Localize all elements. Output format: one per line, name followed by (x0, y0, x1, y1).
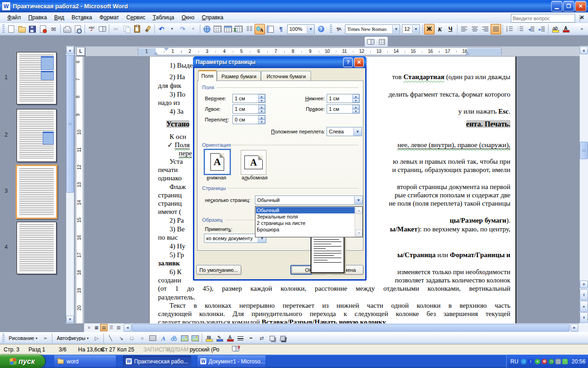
research-icon[interactable] (97, 24, 107, 34)
status-mode-toggle[interactable]: ЗАМ (177, 346, 188, 353)
increase-indent-icon[interactable] (536, 24, 547, 34)
gutter-position-select[interactable]: Слева▼ (327, 127, 362, 136)
menu-item-вид[interactable]: Вид (51, 13, 68, 22)
dash-style-icon[interactable]: ╍ (246, 333, 256, 344)
status-mode-toggle[interactable]: ВДЛ (167, 346, 178, 353)
margin-spinner[interactable]: 1 см▲▼ (327, 94, 360, 103)
font-size-select[interactable]: 12▼ (402, 24, 420, 34)
ask-question-box[interactable]: ▾ (511, 14, 575, 23)
tab-поля[interactable]: Поля (198, 70, 217, 81)
help-icon[interactable]: ? (316, 24, 326, 34)
formatting-toolbar-grip[interactable] (330, 24, 332, 34)
minimize-button[interactable]: ▁ (551, 1, 562, 12)
tables-borders-icon[interactable] (212, 24, 223, 34)
antivirus-icon[interactable]: e (535, 359, 540, 364)
line-icon[interactable]: ╲ (105, 333, 116, 344)
tab-источник-бумаги[interactable]: Источник бумаги (261, 71, 311, 81)
paste-icon[interactable] (132, 24, 142, 34)
decrease-indent-icon[interactable] (526, 24, 536, 34)
document-vscrollbar[interactable]: ▲ ▼ ⇞ ● ⇟ (580, 46, 588, 323)
start-button[interactable]: пуск (0, 355, 45, 368)
columns-icon[interactable] (244, 24, 254, 34)
menu-item-справка[interactable]: Справка (198, 13, 227, 22)
align-right-icon[interactable] (480, 24, 491, 34)
tab-размер-бумаги[interactable]: Размер бумаги (217, 71, 261, 81)
dropdown-option[interactable]: Зеркальные поля (256, 213, 355, 220)
dd-icon[interactable]: ▾ (167, 24, 177, 34)
close-button[interactable]: ✕ (575, 1, 586, 12)
print-layout-view-icon[interactable]: ▤ (100, 324, 107, 331)
hyperlink-icon[interactable] (202, 24, 212, 34)
bullets-icon[interactable] (515, 24, 526, 34)
select-browse-object-icon[interactable]: ● (580, 301, 588, 312)
taskbar-button[interactable]: word (54, 356, 116, 367)
print-preview-icon[interactable] (73, 24, 83, 34)
styles-icon[interactable]: ¶А (334, 24, 344, 34)
arrow-icon[interactable]: ↘ (116, 333, 126, 344)
dialog-titlebar[interactable]: Параметры страницы ? ✕ (193, 56, 367, 68)
scrollbar-thumb[interactable] (66, 55, 74, 193)
align-center-icon[interactable] (469, 24, 480, 34)
thumbnail-page-1[interactable] (17, 52, 57, 104)
thumbnails-icon[interactable] (377, 37, 386, 46)
taskbar-button[interactable]: WПрактическая рабо... (123, 356, 191, 367)
web-layout-view-icon[interactable]: ▦ (93, 324, 100, 331)
menu-item-вставка[interactable]: Вставка (68, 13, 96, 22)
underline-icon[interactable]: Ч (445, 24, 456, 34)
right-indent-marker[interactable] (465, 52, 470, 55)
line-color-icon[interactable]: ✎ (214, 333, 225, 344)
horizontal-ruler[interactable]: L 1 123456789101112131415161718 (75, 46, 580, 56)
highlight-icon[interactable]: ab (550, 24, 560, 34)
hanging-indent-marker[interactable] (153, 52, 158, 55)
scroll-up-icon[interactable]: ▲ (66, 46, 74, 54)
restore-button[interactable]: ❐ (563, 1, 574, 12)
text-box-icon[interactable] (147, 333, 158, 344)
arrow-style-icon[interactable]: ⇄ (256, 333, 267, 344)
reading-view-icon[interactable]: ▥ (115, 324, 122, 331)
thumbnail-page-3[interactable] (16, 165, 57, 219)
dialog-close-icon[interactable]: ✕ (354, 58, 364, 67)
font-name-select[interactable]: Times New Roman▼ (345, 24, 400, 34)
align-justify-icon[interactable] (491, 24, 501, 34)
spin-down-icon[interactable]: ▼ (258, 109, 265, 113)
spelling-icon[interactable]: ABC✓ (86, 24, 97, 34)
dialog-help-icon[interactable]: ? (343, 58, 353, 67)
display-icon[interactable]: ▢ (555, 359, 561, 364)
email-icon[interactable]: ✉ (48, 24, 59, 34)
3d-style-icon[interactable] (277, 333, 288, 344)
insert-table-icon[interactable] (223, 24, 233, 34)
menu-item-формат[interactable]: Формат (96, 13, 123, 22)
margin-spinner[interactable]: 0 см▲▼ (232, 115, 266, 124)
cut-icon[interactable]: ✂ (111, 24, 121, 34)
spin-down-icon[interactable]: ▼ (352, 109, 359, 113)
spin-up-icon[interactable]: ▲ (258, 105, 265, 109)
redo-icon[interactable]: ↷ (177, 24, 188, 34)
drawing-menu-button[interactable]: Рисование▾ (6, 334, 40, 343)
scroll-right-icon[interactable]: ► (571, 324, 578, 332)
toolbar-options-icon[interactable]: » (577, 24, 587, 34)
show-marks-icon[interactable]: ¶ (276, 24, 286, 34)
permission-icon[interactable] (38, 24, 48, 34)
line-style-icon[interactable] (235, 333, 246, 344)
scroll-left-icon[interactable]: ◄ (124, 324, 131, 332)
spin-up-icon[interactable]: ▲ (352, 94, 359, 98)
spin-up-icon[interactable]: ▲ (352, 105, 359, 109)
autoshapes-menu-button[interactable]: Автофигуры▾ (54, 334, 91, 343)
oval-icon[interactable]: ○ (137, 333, 147, 344)
align-left-icon[interactable] (459, 24, 469, 34)
new-document-icon[interactable] (6, 24, 17, 34)
margin-spinner[interactable]: 1 см▲▼ (232, 94, 266, 103)
outline-view-icon[interactable]: ☰ (107, 324, 115, 331)
spin-down-icon[interactable]: ▼ (352, 98, 359, 103)
margin-spinner[interactable]: 1 см▲▼ (327, 104, 360, 114)
dd-icon[interactable]: ▾ (188, 24, 198, 34)
scheduler-icon[interactable]: ◷ (548, 359, 554, 364)
multiple-pages-select[interactable]: Обычный▼ (255, 196, 363, 205)
normal-view-icon[interactable]: ≡ (85, 324, 93, 331)
menu-item-правка[interactable]: Правка (25, 13, 51, 22)
thumbnail-page-2[interactable] (17, 109, 57, 162)
diagram-icon[interactable] (169, 333, 179, 344)
spelling-status-icon[interactable] (232, 346, 239, 353)
open-folder-icon[interactable] (17, 24, 27, 34)
menu-item-таблица[interactable]: Таблица (149, 13, 178, 22)
